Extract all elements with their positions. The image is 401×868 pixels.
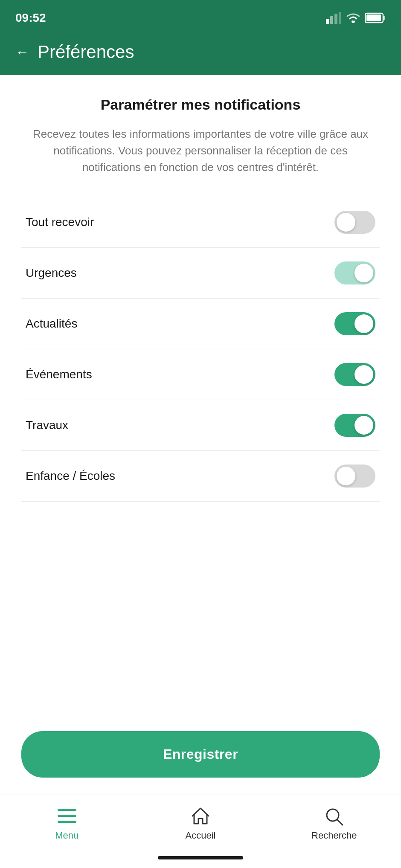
toggle-row-travaux: Travaux (21, 400, 380, 451)
home-icon (190, 806, 211, 827)
toggle-knob-enfance-ecoles (337, 467, 355, 485)
nav-label-accueil: Accueil (186, 830, 216, 841)
toggle-knob-travaux (355, 416, 373, 435)
nav-item-menu[interactable]: Menu (41, 806, 93, 841)
menu-icon (57, 806, 77, 827)
svg-rect-6 (366, 15, 381, 21)
toggle-row-actualites: Actualités (21, 299, 380, 349)
toggle-label-urgences: Urgences (26, 266, 77, 280)
toggle-switch-evenements[interactable] (334, 363, 375, 386)
bottom-nav: Menu Accueil Recherche (0, 795, 401, 850)
svg-rect-1 (330, 16, 333, 24)
section-description: Recevez toutes les informations importan… (21, 126, 380, 176)
save-button-container: Enregistrer (0, 718, 401, 795)
toggle-switch-travaux[interactable] (334, 414, 375, 437)
header: ← Préférences (0, 34, 401, 75)
page-title: Préférences (38, 42, 134, 62)
status-time: 09:52 (15, 11, 46, 25)
toggle-switch-actualites[interactable] (334, 312, 375, 335)
toggle-row-evenements: Événements (21, 349, 380, 400)
toggle-switch-tout-recevoir[interactable] (334, 211, 375, 234)
nav-item-accueil[interactable]: Accueil (175, 806, 226, 841)
toggle-row-urgences: Urgences (21, 248, 380, 299)
nav-item-recherche[interactable]: Recherche (308, 806, 360, 841)
home-indicator-bar (158, 856, 243, 859)
toggle-label-enfance-ecoles: Enfance / Écoles (26, 469, 115, 483)
svg-rect-0 (326, 19, 329, 24)
toggle-knob-evenements (355, 365, 373, 384)
toggle-label-evenements: Événements (26, 368, 92, 381)
wifi-icon (346, 12, 361, 24)
nav-label-menu: Menu (55, 830, 78, 841)
signal-icon (326, 12, 341, 24)
main-content: Paramétrer mes notifications Recevez tou… (0, 75, 401, 795)
content-card: Paramétrer mes notifications Recevez tou… (0, 75, 401, 718)
toggle-knob-tout-recevoir (337, 213, 355, 232)
home-indicator (0, 850, 401, 868)
battery-icon (365, 12, 386, 23)
search-icon (324, 806, 344, 827)
svg-line-11 (337, 819, 343, 825)
svg-rect-8 (58, 815, 76, 817)
toggle-label-tout-recevoir: Tout recevoir (26, 215, 94, 229)
status-bar: 09:52 (0, 0, 401, 34)
toggle-knob-urgences (355, 264, 373, 282)
svg-rect-7 (58, 809, 76, 811)
toggle-label-actualites: Actualités (26, 317, 77, 331)
back-button[interactable]: ← (15, 45, 29, 59)
toggle-switch-urgences[interactable] (334, 261, 375, 284)
toggle-switch-enfance-ecoles[interactable] (334, 464, 375, 488)
toggle-knob-actualites (355, 314, 373, 333)
svg-rect-9 (58, 821, 76, 823)
svg-rect-5 (383, 16, 385, 20)
section-title: Paramétrer mes notifications (21, 96, 380, 113)
toggle-row-tout-recevoir: Tout recevoir (21, 197, 380, 248)
nav-label-recherche: Recherche (311, 830, 357, 841)
status-icons (326, 12, 386, 24)
toggle-list: Tout recevoirUrgencesActualitésÉvénement… (21, 197, 380, 502)
svg-rect-2 (334, 14, 337, 24)
toggle-row-enfance-ecoles: Enfance / Écoles (21, 451, 380, 502)
svg-rect-3 (339, 12, 341, 24)
toggle-label-travaux: Travaux (26, 418, 68, 432)
save-button[interactable]: Enregistrer (21, 731, 380, 778)
